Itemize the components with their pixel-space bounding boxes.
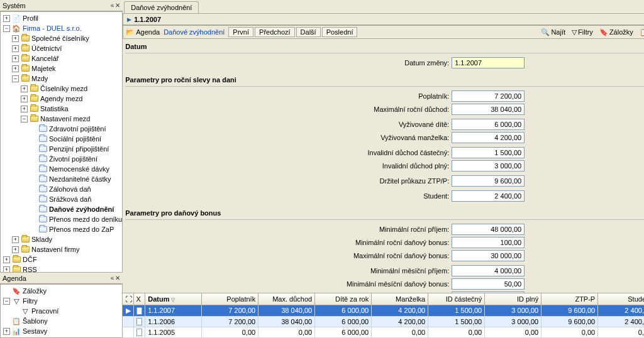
label-max-duchod: Maximální roční důchod: — [319, 106, 452, 113]
nav-first-button[interactable]: První — [228, 27, 253, 37]
filters-button[interactable]: ▽Filtry — [569, 28, 596, 36]
cell-student: 2 400,00 — [598, 305, 644, 317]
chevron-left-icon[interactable]: « — [111, 275, 114, 281]
heading-bonus: Parametry pro daňový bonus — [125, 208, 644, 220]
tree-sklady[interactable]: +Sklady — [1, 234, 122, 244]
col-student[interactable]: Student — [598, 293, 644, 305]
agenda-pracovni[interactable]: ▽Pracovní — [1, 306, 122, 316]
tree-kancelar[interactable]: +Kancelář — [1, 53, 122, 63]
tree-firma[interactable]: −🏠Firma - DUEL s.r.o. — [1, 23, 122, 33]
input-min-rocni-prijem[interactable] — [452, 224, 525, 235]
input-poplatnik[interactable] — [452, 90, 525, 102]
nav-next-button[interactable]: Další — [296, 27, 321, 37]
tree-nastaveni-mezd[interactable]: −Nastavení mezd — [1, 114, 122, 124]
tree-prenos-zap[interactable]: Přenos mezd do ZaP — [1, 224, 122, 234]
find-button[interactable]: 🔍Najít — [538, 28, 568, 36]
input-min-mes-prijem[interactable] — [452, 265, 525, 276]
table-row[interactable]: 1.1.20050,000,006 000,000,000,000,000,00… — [123, 327, 644, 338]
input-inv-plny[interactable] — [452, 160, 525, 172]
cell-manzelka: 4 200,00 — [372, 317, 428, 327]
tree-rss[interactable]: +RSS — [1, 264, 122, 273]
tree-agendy-mezd[interactable]: +Agendy mezd — [1, 94, 122, 104]
cell-dite: 6 000,00 — [315, 305, 372, 317]
cell-student: 0,00 — [598, 327, 644, 338]
tree-srazkova[interactable]: Srážková daň — [1, 194, 122, 204]
cell-dite: 6 000,00 — [315, 327, 372, 338]
tree-socialni[interactable]: Sociální pojištění — [1, 134, 122, 144]
tree-majetek[interactable]: +Majetek — [1, 63, 122, 74]
col-ztp[interactable]: ZTP-P — [541, 293, 598, 305]
agenda-panel-header: Agenda « ✕ — [0, 273, 123, 284]
tree-nezdanitelne[interactable]: Nezdanitelné částky — [1, 174, 122, 184]
cell-datum: 1.1.2006 — [145, 317, 202, 327]
grid-header: ⛶ X Datum ▽ Poplatník Max. důchod Dítě z… — [123, 293, 644, 305]
input-ztp[interactable] — [452, 175, 525, 187]
agenda-sablony[interactable]: 📋Šablony — [1, 316, 122, 326]
row-checkbox[interactable] — [134, 327, 145, 338]
col-dite[interactable]: Dítě za rok — [315, 293, 372, 305]
tree-zalohova[interactable]: Zálohová daň — [1, 184, 122, 194]
col-x[interactable]: X — [134, 293, 145, 305]
close-icon[interactable]: ✕ — [115, 275, 120, 281]
col-datum[interactable]: Datum ▽ — [145, 293, 202, 305]
label-poplatnik: Poplatník: — [319, 92, 452, 100]
col-poplatnik[interactable]: Poplatník — [202, 293, 258, 305]
tree-nemocenske[interactable]: Nemocenské dávky — [1, 164, 122, 174]
templates-button[interactable]: 📋Šablony — [637, 28, 644, 36]
nav-last-button[interactable]: Poslední — [322, 27, 358, 37]
form-area: Datum Datum změny: Parametry pro roční s… — [123, 39, 644, 293]
cell-id-cast: 1 500,00 — [428, 305, 485, 317]
label-min-rocni-bonus: Minimální roční daňový bonus: — [319, 239, 452, 246]
input-max-duchod[interactable] — [452, 104, 525, 115]
cell-id-cast: 0,00 — [428, 327, 485, 338]
cell-ztp: 9 600,00 — [541, 317, 598, 327]
cell-id-cast: 1 500,00 — [428, 317, 485, 327]
tree-spolecne[interactable]: +Společné číselníky — [1, 33, 122, 43]
tree-mzdy[interactable]: −Mzdy — [1, 74, 122, 84]
col-manzelka[interactable]: Manželka — [372, 293, 428, 305]
col-max-duchod[interactable]: Max. důchod — [258, 293, 315, 305]
tree-nastaveni-firmy[interactable]: +Nastavení firmy — [1, 244, 122, 254]
close-icon[interactable]: ✕ — [115, 2, 120, 9]
row-checkbox[interactable] — [134, 305, 145, 317]
toolbar-agenda-label: Agenda — [136, 28, 160, 36]
tab-danove-zvyhodneni[interactable]: Daňové zvýhodnění — [124, 1, 199, 13]
tree-dcf[interactable]: +DČF — [1, 254, 122, 264]
tree-ciselniky-mezd[interactable]: +Číselníky mezd — [1, 84, 122, 94]
cell-max-duchod: 38 040,00 — [258, 305, 315, 317]
chevron-left-icon[interactable]: « — [111, 2, 114, 9]
label-min-mes-prijem: Minimální měsíční příjem: — [319, 267, 452, 275]
tree-zdravotni[interactable]: Zdravotní pojištění — [1, 124, 122, 134]
input-max-rocni-bonus[interactable] — [452, 250, 525, 261]
label-student: Student: — [319, 192, 452, 200]
tree-profil[interactable]: +📄Profil — [1, 13, 122, 23]
toolbar-agenda-link[interactable]: Daňové zvýhodnění — [161, 28, 227, 36]
tree-ucetnictvi[interactable]: +Účetnictví — [1, 43, 122, 53]
input-min-rocni-bonus[interactable] — [452, 237, 525, 248]
input-dite[interactable] — [452, 119, 525, 130]
input-datum-zmeny[interactable] — [452, 57, 525, 68]
agenda-tree: 🔖Záložky −▽Filtry ▽Pracovní 📋Šablony +📊S… — [0, 284, 123, 338]
tree-danove-zvyhodneni[interactable]: Daňové zvýhodnění — [1, 204, 122, 214]
input-student[interactable] — [452, 190, 525, 202]
nav-prev-button[interactable]: Předchozí — [255, 27, 295, 37]
bookmarks-button[interactable]: 🔖Záložky — [597, 28, 636, 36]
tree-prenos-denik[interactable]: Přenos mezd do deníku — [1, 214, 122, 224]
input-min-mes-bonus[interactable] — [452, 278, 525, 290]
input-inv-cast[interactable] — [452, 147, 525, 158]
tree-zivotni[interactable]: Životní pojištění — [1, 154, 122, 164]
agenda-sestavy[interactable]: +📊Sestavy — [1, 326, 122, 336]
cell-ztp: 0,00 — [541, 327, 598, 338]
table-row[interactable]: 1.1.20067 200,0038 040,006 000,004 200,0… — [123, 317, 644, 327]
tree-penzijni[interactable]: Penzijní připojištění — [1, 144, 122, 154]
col-id-plny[interactable]: ID plný — [485, 293, 541, 305]
col-id-cast[interactable]: ID částečný — [428, 293, 485, 305]
agenda-filtry[interactable]: −▽Filtry — [1, 296, 122, 306]
tree-statistika[interactable]: +Statistika — [1, 104, 122, 114]
agenda-zalozky[interactable]: 🔖Záložky — [1, 286, 122, 296]
triangle-icon: ▶ — [127, 16, 131, 23]
row-checkbox[interactable] — [134, 317, 145, 327]
table-row[interactable]: ▶1.1.20077 200,0038 040,006 000,004 200,… — [123, 305, 644, 317]
grid-corner[interactable]: ⛶ — [123, 293, 134, 305]
input-manzelka[interactable] — [452, 132, 525, 143]
